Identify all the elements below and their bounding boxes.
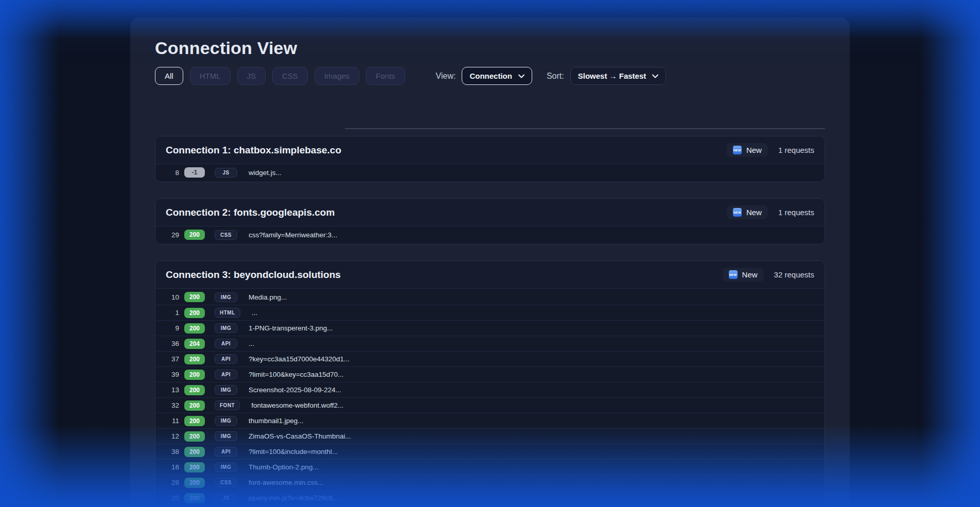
request-index: 8 (166, 169, 179, 177)
resource-type-tag: API (215, 370, 237, 379)
request-index: 39 (166, 371, 179, 378)
filter-button-css[interactable]: CSS (272, 67, 308, 85)
status-badge: 200 (184, 416, 205, 426)
sort-label: Sort: (547, 72, 564, 81)
request-index: 37 (166, 355, 179, 363)
status-badge: 200 (184, 493, 205, 503)
request-file-name: Thumb-Option-2.png... (249, 463, 319, 471)
resource-type-tag: IMG (215, 431, 237, 441)
request-file-name: thumbnail1.jpeg... (249, 417, 304, 425)
request-row[interactable]: 8 -1 JS widget.js... (155, 165, 825, 180)
filter-button-all[interactable]: All (155, 67, 183, 85)
new-emoji-icon: NEW (733, 208, 742, 217)
filter-button-images[interactable]: Images (314, 67, 359, 85)
connection-card-header: Connection 2: fonts.googleapis.com NEW N… (155, 199, 825, 226)
status-badge: 200 (184, 292, 205, 302)
request-row[interactable]: 37 200 API ?key=cc3aa15d7000e44320d1... (155, 351, 825, 366)
status-badge: 200 (184, 478, 205, 488)
view-select[interactable]: Connection (462, 67, 532, 85)
request-row[interactable]: 16 200 IMG Thumb-Option-2.png... (155, 459, 825, 475)
status-badge: 200 (184, 447, 205, 457)
status-badge: 200 (184, 354, 205, 364)
connection-card-header: Connection 3: beyondcloud.solutions NEW … (155, 261, 825, 289)
status-badge: 200 (184, 323, 205, 334)
page-title: Connection View (155, 38, 825, 58)
page-background: { "page": { "title": "Connection View", … (0, 0, 980, 507)
status-badge: -1 (184, 167, 205, 178)
request-index: 1 (166, 309, 179, 317)
request-row[interactable]: 38 200 API ?limit=100&include=monthl... (155, 444, 825, 459)
view-group: View: Connection (436, 67, 532, 85)
controls-row: All HTML JS CSS Images Fonts View: Conne… (155, 67, 825, 85)
request-row[interactable]: 32 200 FONT fontawesome-webfont.woff2... (155, 397, 825, 413)
request-row[interactable]: 11 200 IMG thumbnail1.jpeg... (155, 413, 825, 428)
request-file-name: fontawesome-webfont.woff2... (251, 401, 343, 409)
new-emoji-icon: NEW (733, 146, 742, 154)
request-index: 16 (166, 463, 179, 471)
view-label: View: (436, 72, 456, 81)
chevron-down-icon (518, 74, 524, 78)
new-badge: NEW New (727, 143, 768, 157)
request-file-name: ?limit=100&key=cc3aa15d70... (249, 371, 344, 378)
request-file-name: widget.js... (249, 169, 282, 177)
status-badge: 200 (184, 385, 205, 395)
request-file-name: 1-PNG-transperent-3.png... (249, 324, 333, 332)
status-badge: 200 (184, 370, 205, 380)
request-file-name: Screenshot-2025-08-09-224... (249, 386, 341, 394)
status-badge: 200 (184, 431, 205, 442)
connection-card-header: Connection 1: chatbox.simplebase.co NEW … (155, 136, 825, 164)
sort-group: Sort: Slowest → Fastest (547, 67, 666, 85)
section-divider (345, 128, 825, 129)
resource-type-tag: IMG (215, 416, 237, 426)
request-row[interactable]: 12 200 IMG ZimaOS-vs-CasaOS-Thumbnai... (155, 428, 825, 444)
resource-type-tag: CSS (215, 230, 237, 240)
request-row[interactable]: 9 200 IMG 1-PNG-transperent-3.png... (155, 320, 825, 336)
resource-type-tag: IMG (215, 292, 237, 302)
request-index: 38 (166, 448, 179, 456)
filter-group: All HTML JS CSS Images Fonts (155, 67, 405, 85)
resource-type-tag: CSS (215, 478, 237, 487)
request-row[interactable]: 28 200 CSS font-awesome.min.css... (155, 475, 825, 490)
request-index: 20 (166, 494, 179, 502)
resource-type-tag: JS (215, 168, 237, 178)
request-index: 32 (166, 401, 179, 409)
resource-type-tag: JS (215, 493, 237, 503)
connection-card: Connection 2: fonts.googleapis.com NEW N… (155, 198, 825, 244)
connection-title: Connection 1: chatbox.simplebase.co (166, 145, 341, 156)
new-emoji-icon: NEW (729, 270, 738, 279)
request-index: 29 (166, 231, 179, 239)
resource-type-tag: API (215, 447, 237, 457)
connections-list: Connection 1: chatbox.simplebase.co NEW … (155, 136, 825, 507)
request-row[interactable]: 36 204 API ... (155, 336, 825, 351)
new-badge: NEW New (723, 268, 764, 282)
chevron-down-icon (652, 74, 658, 78)
filter-button-html[interactable]: HTML (190, 67, 231, 85)
request-row[interactable]: 13 200 IMG Screenshot-2025-08-09-224... (155, 382, 825, 397)
request-rows: 10 200 IMG Media.png... 1 200 HTML ... 9… (155, 289, 825, 507)
status-badge: 200 (184, 230, 205, 240)
resource-type-tag: HTML (215, 308, 240, 318)
new-badge-label: New (742, 270, 758, 279)
request-file-name: ... (249, 340, 254, 347)
request-file-name: ?limit=100&include=monthl... (249, 448, 338, 456)
request-row[interactable]: 39 200 API ?limit=100&key=cc3aa15d70... (155, 366, 825, 382)
request-rows: 29 200 CSS css?family=Merriweather:3... (155, 226, 825, 244)
status-badge: 200 (184, 462, 205, 473)
request-row[interactable]: 1 200 HTML ... (155, 305, 825, 320)
request-index: 13 (166, 386, 179, 394)
sort-select[interactable]: Slowest → Fastest (570, 67, 667, 85)
request-row[interactable]: 10 200 IMG Media.png... (155, 289, 825, 305)
resource-type-tag: IMG (215, 385, 237, 395)
filter-button-fonts[interactable]: Fonts (366, 67, 405, 85)
resource-type-tag: IMG (215, 323, 237, 333)
request-file-name: Media.png... (249, 293, 287, 301)
status-badge: 200 (184, 308, 205, 318)
request-row[interactable]: 20 200 JS jquery.min.js?v=4cbe729c9... (155, 490, 825, 505)
filter-button-js[interactable]: JS (237, 67, 266, 85)
request-index: 10 (166, 293, 179, 301)
request-index: 9 (166, 324, 179, 332)
request-index: 28 (166, 479, 179, 486)
status-badge: 204 (184, 339, 205, 349)
resource-type-tag: IMG (215, 462, 237, 472)
request-row[interactable]: 29 200 CSS css?family=Merriweather:3... (155, 227, 825, 242)
